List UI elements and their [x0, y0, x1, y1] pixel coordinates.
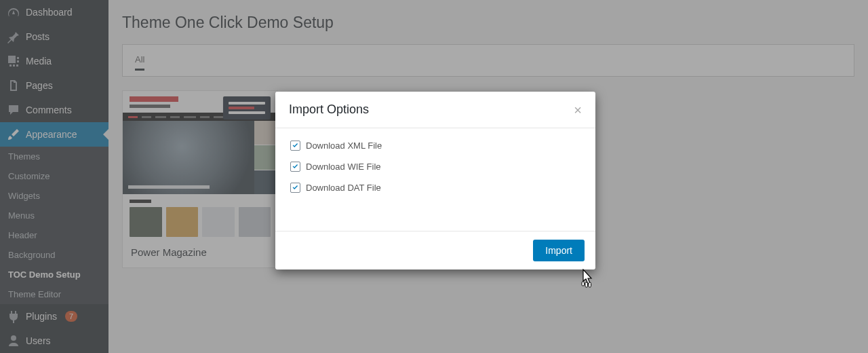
checkbox-checked-icon[interactable]	[290, 141, 300, 151]
option-dat[interactable]: Download DAT File	[290, 183, 580, 193]
import-options-modal: Import Options × Download XML File Downl…	[275, 92, 595, 270]
option-label: Download XML File	[306, 141, 382, 151]
modal-header: Import Options ×	[275, 92, 595, 128]
close-icon[interactable]: ×	[574, 103, 582, 117]
option-xml[interactable]: Download XML File	[290, 141, 580, 151]
option-label: Download WIE File	[306, 162, 381, 172]
option-wie[interactable]: Download WIE File	[290, 162, 580, 172]
modal-body: Download XML File Download WIE File Down…	[275, 128, 595, 231]
modal-footer: Import	[275, 231, 595, 270]
modal-title: Import Options	[289, 103, 369, 117]
import-button[interactable]: Import	[533, 240, 585, 261]
option-label: Download DAT File	[306, 183, 381, 193]
checkbox-checked-icon[interactable]	[290, 162, 300, 172]
checkbox-checked-icon[interactable]	[290, 183, 300, 193]
